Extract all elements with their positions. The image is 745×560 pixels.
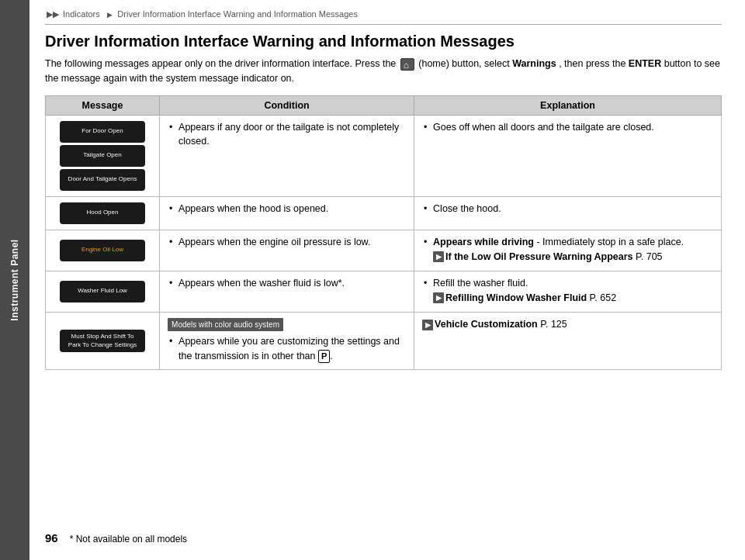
row3-explanation-cell: Appears while driving - Immediately stop…: [414, 230, 722, 271]
row2-explanation-1: Close the hood.: [422, 202, 713, 216]
ref-icon: ▶: [433, 251, 444, 262]
intro-warnings-bold: Warnings: [512, 58, 556, 69]
ref-icon-3: ▶: [422, 320, 433, 330]
footnote: * Not available on all models: [70, 534, 187, 544]
row5-ref: ▶ Vehicle Customization P. 125: [422, 317, 567, 332]
row5-condition-cell: Models with color audio system Appears w…: [160, 312, 414, 370]
table-row: For Door Open Tailgate Open Door And Tai…: [46, 115, 722, 196]
breadcrumb-separator: ▶: [107, 11, 115, 19]
sidebar: Instrument Panel: [0, 0, 29, 560]
intro-text-before: The following messages appear only on th…: [45, 58, 396, 69]
row2-screen-1: Hood Open: [60, 202, 145, 224]
row2-condition-1: Appears when the hood is opened.: [168, 202, 406, 216]
row4-ref: ▶ Refilling Window Washer Fluid P. 652: [433, 291, 616, 306]
row4-explanation-cell: Refill the washer fluid. ▶ Refilling Win…: [414, 271, 722, 312]
intro-text: The following messages appear only on th…: [45, 57, 722, 86]
row5-explanation-cell: ▶ Vehicle Customization P. 125: [414, 312, 722, 370]
row3-condition-1: Appears when the engine oil pressure is …: [168, 235, 406, 250]
row3-ref-text: If the Low Oil Pressure Warning Appears …: [445, 250, 663, 264]
col-header-message: Message: [46, 95, 160, 115]
breadcrumb: ▶▶ Indicators ▶ Driver Information Inter…: [45, 9, 722, 25]
row3-condition-cell: Appears when the engine oil pressure is …: [160, 230, 414, 271]
col-header-explanation: Explanation: [414, 95, 722, 115]
row4-condition-1: Appears when the washer fluid is low*.: [168, 276, 406, 291]
row4-screen-1: Washer Fluid Low: [60, 281, 145, 302]
row2-image-cell: Hood Open: [46, 196, 160, 230]
row5-condition-1: Appears while you are customizing the se…: [168, 334, 406, 364]
page-number: 96: [45, 531, 58, 544]
row3-image-cell: Engine Oil Low: [46, 230, 160, 271]
row3-screen-1: Engine Oil Low: [60, 240, 145, 261]
row5-ref-text: Vehicle Customization P. 125: [435, 317, 567, 332]
row4-ref-text: Refilling Window Washer Fluid P. 652: [445, 291, 616, 306]
intro-text-end: , then press the: [559, 58, 625, 69]
info-table: Message Condition Explanation For Door O…: [45, 95, 722, 371]
row2-condition-cell: Appears when the hood is opened.: [160, 196, 414, 230]
intro-text-after-icon: (home) button, select: [418, 58, 509, 69]
ref-icon-2: ▶: [433, 292, 444, 303]
breadcrumb-item-2: Driver Information Interface Warning and…: [117, 9, 358, 19]
main-content: ▶▶ Indicators ▶ Driver Information Inter…: [29, 0, 745, 560]
sidebar-label: Instrument Panel: [9, 239, 20, 320]
row3-ref: ▶ If the Low Oil Pressure Warning Appear…: [433, 250, 663, 264]
footer: 96 * Not available on all models: [45, 516, 722, 544]
row4-explanation-1: Refill the washer fluid. ▶ Refilling Win…: [422, 276, 713, 306]
table-row: Engine Oil Low Appears when the engine o…: [46, 230, 722, 271]
row1-condition-1: Appears if any door or the tailgate is n…: [168, 120, 406, 150]
col-header-condition: Condition: [160, 95, 414, 115]
row1-screen-1: For Door Open: [60, 121, 145, 143]
breadcrumb-item-1: ▶▶ Indicators: [47, 9, 102, 19]
page-title: Driver Information Interface Warning and…: [45, 33, 722, 50]
intro-enter-bold: ENTER: [629, 58, 661, 69]
row5-screen-1: Must Stop And Shift To Park To Change Se…: [60, 330, 145, 352]
row1-explanation-cell: Goes off when all doors and the tailgate…: [414, 115, 722, 196]
table-row: Must Stop And Shift To Park To Change Se…: [46, 312, 722, 370]
row2-explanation-cell: Close the hood.: [414, 196, 722, 230]
row3-explanation-1: Appears while driving - Immediately stop…: [422, 235, 713, 264]
row5-image-cell: Must Stop And Shift To Park To Change Se…: [46, 312, 160, 370]
p-key: P: [318, 350, 330, 363]
row4-image-cell: Washer Fluid Low: [46, 271, 160, 312]
row3-bold-text: Appears while driving: [433, 237, 534, 247]
home-icon: [400, 58, 414, 71]
row1-screen-2: Tailgate Open: [60, 145, 145, 167]
color-audio-label: Models with color audio system: [168, 318, 283, 331]
row1-screen-3: Door And Tailgate Opens: [60, 169, 145, 191]
table-row: Hood Open Appears when the hood is opene…: [46, 196, 722, 230]
row1-image-cell: For Door Open Tailgate Open Door And Tai…: [46, 115, 160, 196]
row1-explanation-1: Goes off when all doors and the tailgate…: [422, 120, 713, 135]
table-row: Washer Fluid Low Appears when the washer…: [46, 271, 722, 312]
row4-condition-cell: Appears when the washer fluid is low*.: [160, 271, 414, 312]
row1-condition-cell: Appears if any door or the tailgate is n…: [160, 115, 414, 196]
